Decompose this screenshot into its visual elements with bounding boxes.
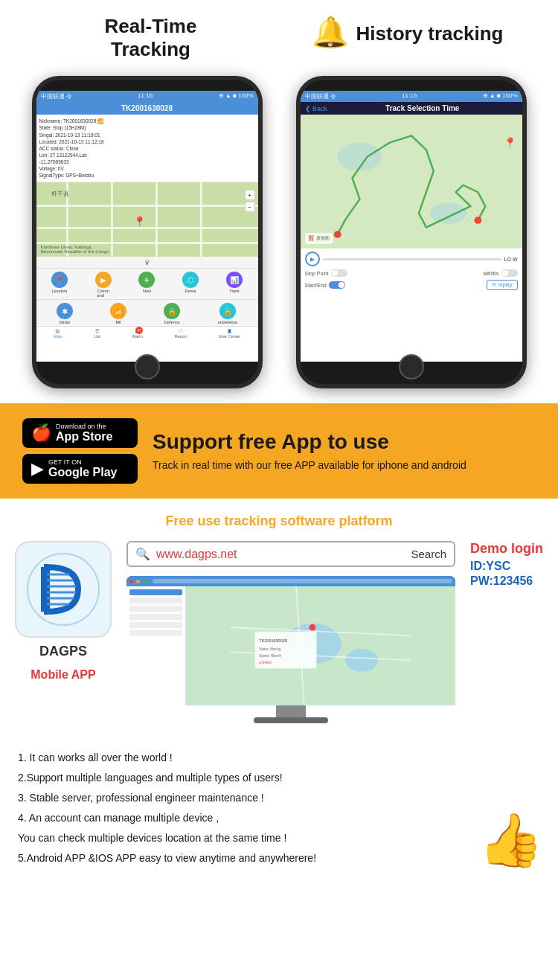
stop-point-switch[interactable] (331, 269, 347, 277)
google-play-button[interactable]: ▶ GET IT ON Google Play (22, 454, 138, 484)
platform-section: Free use tracking software platform (0, 499, 558, 738)
nav-alarm[interactable]: 🔔 47 Alarm (132, 329, 142, 339)
demo-pw: PW:123456 (470, 574, 533, 588)
dot-green (143, 580, 147, 583)
start-end-switch[interactable] (329, 281, 345, 289)
playback-row-main: ▶ LO W (305, 252, 518, 266)
feature-5: 5.Android APP &IOS APP easy to view anyt… (18, 851, 540, 866)
phone-screen-right: 中国联通 令 11:16 ⊕ ▲ ■ 100% ❮ Back Track Sel… (301, 91, 522, 362)
demo-title: Demo login (470, 541, 543, 557)
home-button-left[interactable] (135, 354, 160, 379)
search-icon: 🔍 (135, 547, 150, 561)
map-attribution: Kambove Likasi, Katanga,Democratic Repub… (41, 245, 109, 254)
road-h2 (36, 227, 258, 229)
progress-bar[interactable] (323, 258, 501, 260)
nav-user[interactable]: 👤 User Center (219, 329, 241, 339)
track-selection-header: ❮ Back Track Selection Time (301, 102, 522, 115)
search-button[interactable]: Search (411, 548, 446, 560)
svg-rect-0 (301, 115, 522, 249)
phone-screen-left: 中国联通 令 11:16 ⊕ ▲ ■ 100% TK2001630028 Nic… (36, 91, 258, 362)
platform-right: 🔍 www.dagps.net Search (126, 541, 455, 723)
track-selection-title: Track Selection Time (385, 104, 459, 112)
store-buttons: 🍎 Download on the App Store ▶ GET IT ON … (22, 418, 138, 484)
demo-login-info: Demo login ID:YSC PW:123456 (470, 541, 543, 588)
svg-point-2 (429, 203, 466, 224)
search-bar[interactable]: 🔍 www.dagps.net Search (126, 541, 455, 567)
svg-text:TK2001630028: TK2001630028 (259, 638, 287, 643)
map-pin: 📍 (133, 216, 146, 228)
road-v2 (111, 182, 113, 257)
demo-id: ID:YSC (470, 560, 510, 573)
map-controls: + − (245, 190, 255, 212)
svg-text:Status: Moving: Status: Moving (259, 647, 281, 651)
mil-btn[interactable]: 📶 Mil (110, 303, 126, 324)
monitor-header-bar (126, 576, 455, 586)
stop-point-toggle: Stop Point (305, 269, 347, 277)
map-logo: 百 度地图 (305, 233, 333, 244)
wifi-lbs-switch[interactable] (501, 269, 518, 277)
banner-text: Support free App to use Track in real ti… (153, 430, 536, 473)
monitor-stand (276, 705, 306, 717)
monitor-map-area: TK2001630028 Status: Moving Speed: 45km/… (186, 586, 455, 705)
road-h3 (36, 242, 258, 244)
road-v3 (155, 182, 158, 257)
bell-icon: 🔔 (312, 15, 349, 50)
app-logo-box: DAGPS Mobile APP (15, 541, 112, 682)
history-title-row: 🔔 History tracking (312, 15, 504, 54)
replay-button[interactable]: ⟳ replay (487, 280, 517, 290)
location-btn[interactable]: 📍 Location (51, 272, 68, 298)
action-buttons-row1: 📍 Location ▶ Command ✈ Navi ⬡ Fence 📊 (36, 268, 258, 299)
defence-btn[interactable]: 🔒 Defence (164, 303, 180, 324)
chevron-down: ∨ (36, 257, 258, 268)
app-logo (15, 541, 112, 638)
realtime-title: Real-Time Tracking (105, 15, 197, 61)
nav-main[interactable]: 🏠 Main (54, 329, 62, 339)
url-bar (153, 579, 452, 583)
detail-btn[interactable]: ✱ Detail (57, 303, 73, 324)
dot-yellow (136, 580, 140, 583)
svg-text:Speed: 45km/h: Speed: 45km/h (259, 654, 281, 658)
status-bar-left: 中国联通 令 11:16 ⊕ ▲ ■ 100% (36, 91, 258, 102)
sidebar-item-2 (129, 598, 182, 603)
banner-title: Support free App to use (153, 430, 536, 454)
home-button-right[interactable] (399, 354, 424, 379)
road-v4 (200, 182, 202, 257)
google-play-icon: ▶ (31, 459, 44, 478)
mobile-app-label: Mobile APP (31, 668, 95, 682)
monitor-content: TK2001630028 Status: Moving Speed: 45km/… (126, 586, 455, 705)
app-name-label: DAGPS (39, 644, 87, 659)
location-pin-right: 📍 (504, 137, 516, 149)
dagps-logo-svg (26, 552, 100, 627)
feature-3: 3. Stable server, professional engineer … (18, 790, 540, 806)
track-btn[interactable]: 📊 Track (226, 272, 243, 298)
undefence-btn[interactable]: 🔓 unDefence (218, 303, 238, 324)
nav-list[interactable]: ☰ List (94, 329, 100, 339)
start-end-toggle: Start/End (305, 281, 345, 289)
nav-report[interactable]: 📄 Report (174, 329, 187, 339)
features-section: 1. It can works all over the world ! 2.S… (0, 738, 558, 878)
platform-content: DAGPS Mobile APP 🔍 www.dagps.net Search (15, 541, 543, 723)
svg-point-3 (333, 231, 341, 238)
phones-showcase: 中国联通 令 11:16 ⊕ ▲ ■ 100% TK2001630028 Nic… (0, 76, 558, 403)
navi-btn[interactable]: ✈ Navi (138, 272, 155, 298)
phone-notch-left (125, 80, 170, 91)
track-map: 百 度地图 📍 (301, 115, 522, 249)
app-store-button[interactable]: 🍎 Download on the App Store (22, 418, 138, 448)
apple-icon: 🍎 (31, 423, 51, 443)
device-id-header: TK2001630028 (36, 102, 258, 115)
monitor-container: TK2001630028 Status: Moving Speed: 45km/… (126, 576, 455, 723)
monitor-sidebar (126, 586, 186, 705)
back-button[interactable]: ❮ Back (305, 105, 328, 112)
command-btn[interactable]: ▶ Command (95, 272, 112, 298)
monitor-screen: TK2001630028 Status: Moving Speed: 45km/… (126, 576, 455, 705)
fence-btn[interactable]: ⬡ Fence (182, 272, 199, 298)
status-bar-right: 中国联通 令 11:16 ⊕ ▲ ■ 100% (301, 91, 522, 102)
start-end-row: Start/End ⟳ replay (305, 280, 518, 290)
realtime-tracking-feature: Real-Time Tracking (28, 15, 274, 68)
phone-left: 中国联通 令 11:16 ⊕ ▲ ■ 100% TK2001630028 Nic… (32, 76, 263, 388)
play-button[interactable]: ▶ (305, 252, 320, 266)
top-features-header: Real-Time Tracking 🔔 History tracking (0, 0, 558, 76)
feature-1: 1. It can works all over the world ! (18, 750, 540, 766)
map-label-left: 杆干县 (51, 190, 69, 198)
track-path-svg (301, 115, 522, 249)
